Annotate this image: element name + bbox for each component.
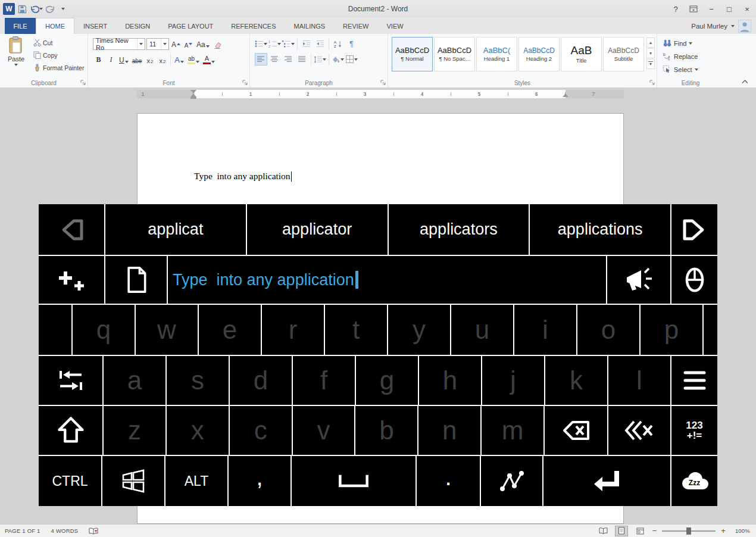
- justify-button[interactable]: [296, 53, 308, 65]
- minimize-button[interactable]: −: [702, 0, 720, 18]
- style-title[interactable]: AaBTitle: [561, 37, 602, 71]
- highlight-button[interactable]: ab: [186, 53, 201, 65]
- clear-formatting-button[interactable]: [212, 38, 223, 50]
- qat-customize-button[interactable]: [58, 2, 68, 15]
- key-p[interactable]: p: [641, 305, 702, 355]
- key-y[interactable]: y: [388, 305, 450, 355]
- key-j[interactable]: j: [482, 356, 544, 405]
- close-button[interactable]: ×: [738, 0, 756, 18]
- zoom-slider[interactable]: [662, 530, 716, 532]
- print-layout-button[interactable]: [615, 526, 628, 536]
- key-g[interactable]: g: [356, 356, 418, 405]
- key-a[interactable]: a: [104, 356, 165, 405]
- key-u[interactable]: u: [451, 305, 513, 355]
- key-mouse-mode[interactable]: [671, 256, 717, 304]
- key-speak[interactable]: [607, 256, 670, 304]
- tab-file[interactable]: FILE: [5, 18, 36, 34]
- key-v[interactable]: v: [293, 406, 355, 455]
- style-heading-2[interactable]: AaBbCcDHeading 2: [518, 37, 560, 71]
- decrease-indent-button[interactable]: [300, 38, 313, 50]
- key-x[interactable]: x: [167, 406, 229, 455]
- key-shift[interactable]: [39, 406, 102, 455]
- key-c[interactable]: c: [230, 406, 292, 455]
- key-comma[interactable]: ,: [229, 456, 290, 506]
- key-l[interactable]: l: [608, 356, 670, 405]
- style-heading-1[interactable]: AaBbC(Heading 1: [476, 37, 517, 71]
- key-add-phrase[interactable]: [39, 256, 104, 304]
- copy-button[interactable]: Copy: [32, 49, 85, 61]
- align-right-button[interactable]: [282, 53, 295, 65]
- key-d[interactable]: d: [230, 356, 292, 405]
- show-formatting-button[interactable]: ¶: [345, 38, 358, 50]
- right-indent-marker[interactable]: [563, 93, 568, 97]
- key-period[interactable]: .: [417, 456, 480, 506]
- shading-button[interactable]: [332, 53, 344, 65]
- ribbon-display-options-button[interactable]: [685, 0, 702, 18]
- key-b[interactable]: b: [355, 406, 417, 455]
- cut-button[interactable]: Cut: [32, 36, 85, 49]
- account-area[interactable]: Paul Murley: [691, 18, 756, 34]
- key-k[interactable]: k: [545, 356, 607, 405]
- zoom-out-button[interactable]: −: [652, 526, 657, 535]
- font-name-combo[interactable]: Times New Ro: [93, 38, 145, 50]
- key-s[interactable]: s: [167, 356, 229, 405]
- styles-scroll-down-button[interactable]: ▾: [646, 48, 655, 58]
- page-indicator[interactable]: PAGE 1 OF 1: [5, 527, 40, 534]
- help-button[interactable]: ?: [667, 0, 685, 18]
- key-alt[interactable]: ALT: [165, 456, 227, 506]
- suggestion-4[interactable]: applications: [530, 204, 670, 255]
- tab-home[interactable]: HOME: [36, 18, 74, 34]
- underline-button[interactable]: U: [118, 53, 130, 65]
- key-n[interactable]: n: [418, 406, 480, 455]
- word-logo-icon[interactable]: W: [3, 3, 15, 15]
- align-center-button[interactable]: [268, 53, 281, 65]
- strikethrough-button[interactable]: abe: [131, 53, 143, 65]
- sort-button[interactable]: AZ: [332, 38, 344, 50]
- key-h[interactable]: h: [419, 356, 481, 405]
- key-tab[interactable]: [39, 356, 102, 405]
- paste-button[interactable]: Paste: [4, 36, 29, 76]
- key-space[interactable]: [292, 456, 416, 506]
- key-f[interactable]: f: [293, 356, 355, 405]
- suggestion-3[interactable]: applicators: [389, 204, 529, 255]
- redo-button[interactable]: [45, 2, 56, 15]
- tab-mailings[interactable]: MAILINGS: [285, 18, 335, 34]
- bullets-button[interactable]: [255, 38, 267, 50]
- zoom-slider-thumb[interactable]: [686, 527, 691, 535]
- font-color-button[interactable]: A: [202, 53, 216, 65]
- font-name-dropdown-icon[interactable]: [137, 39, 145, 49]
- style-subtitle[interactable]: AaBbCcDSubtitle: [603, 37, 644, 71]
- numbering-button[interactable]: 12: [268, 38, 281, 50]
- key-nav-forward[interactable]: [671, 204, 717, 255]
- line-spacing-button[interactable]: [314, 53, 326, 65]
- collapse-ribbon-button[interactable]: [741, 79, 749, 84]
- key-w[interactable]: w: [136, 305, 198, 355]
- zoom-level[interactable]: 100%: [731, 527, 750, 534]
- style-normal[interactable]: AaBbCcD¶ Normal: [392, 37, 433, 71]
- text-effects-button[interactable]: A: [173, 53, 185, 65]
- key-ctrl[interactable]: CTRL: [39, 456, 101, 506]
- replace-button[interactable]: bc Replace: [663, 50, 698, 63]
- format-painter-button[interactable]: Format Painter: [32, 61, 85, 74]
- suggestion-1[interactable]: applicat: [105, 204, 246, 255]
- key-numbers-symbols[interactable]: 123 +!=: [671, 406, 717, 455]
- web-layout-button[interactable]: [633, 526, 646, 536]
- word-count[interactable]: 4 WORDS: [51, 527, 79, 534]
- select-button[interactable]: Select: [663, 63, 698, 76]
- styles-more-button[interactable]: ▾: [646, 59, 655, 69]
- tab-page-layout[interactable]: PAGE LAYOUT: [159, 18, 222, 34]
- key-i[interactable]: i: [514, 305, 576, 355]
- tab-review[interactable]: REVIEW: [334, 18, 377, 34]
- keyboard-input-field[interactable]: Type into any application: [168, 256, 606, 304]
- read-mode-button[interactable]: [596, 526, 610, 536]
- key-nav-back[interactable]: [39, 204, 104, 255]
- key-delete-word[interactable]: [608, 406, 670, 455]
- subscript-button[interactable]: x2: [144, 53, 155, 65]
- multilevel-list-button[interactable]: [282, 38, 295, 50]
- key-enter[interactable]: [543, 456, 670, 506]
- key-m[interactable]: m: [482, 406, 543, 455]
- proofing-status[interactable]: [89, 527, 98, 535]
- tab-insert[interactable]: INSERT: [74, 18, 116, 34]
- key-windows[interactable]: [102, 456, 164, 506]
- key-o[interactable]: o: [577, 305, 639, 355]
